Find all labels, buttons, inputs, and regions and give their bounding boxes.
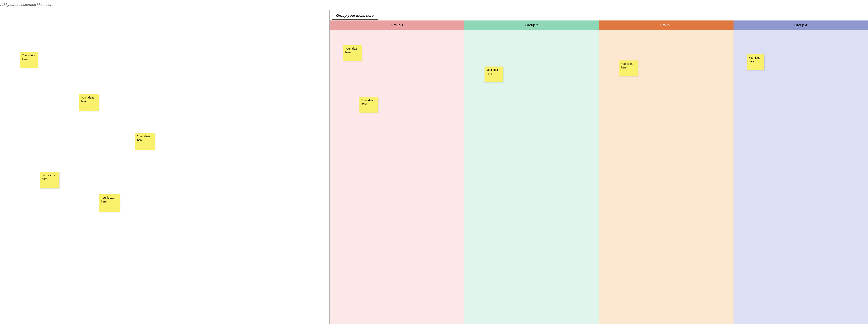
group-1-note-1[interactable]: Your idea here — [343, 45, 362, 61]
left-sticky-note-3[interactable]: Your ideas here — [135, 133, 155, 150]
left-sticky-note-1[interactable]: Your ideas here — [20, 52, 38, 68]
group-3-body[interactable]: Your idea here — [599, 30, 733, 324]
group-2-header: Group 2 — [464, 21, 599, 30]
group-4-body[interactable]: Your idea here — [734, 30, 868, 324]
group-col-2: Group 2 Your idea here — [464, 21, 599, 324]
group-2-note-1[interactable]: Your idea here — [485, 67, 503, 82]
app-container: Add your brainstormed ideas here Your id… — [0, 0, 868, 324]
groups-container: Group 1 Your idea here Your idea here Gr… — [330, 21, 868, 324]
group-3-header: Group 3 — [599, 21, 733, 30]
group-header-row: Group your ideas here — [330, 10, 868, 21]
group-1-note-2[interactable]: Your idea here — [360, 97, 378, 113]
group-4-note-1[interactable]: Your idea here — [747, 55, 765, 70]
left-sticky-note-4[interactable]: Your ideas here — [40, 172, 59, 188]
group-4-header: Group 4 — [734, 21, 868, 30]
left-panel-title: Add your brainstormed ideas here — [0, 3, 53, 7]
group-3-note-1[interactable]: Your idea here — [619, 61, 638, 76]
left-panel: Add your brainstormed ideas here Your id… — [0, 10, 330, 324]
group-2-body[interactable]: Your idea here — [464, 30, 599, 324]
group-title-box: Group your ideas here — [332, 12, 378, 20]
left-sticky-note-5[interactable]: Your ideas here — [99, 194, 120, 212]
left-sticky-note-2[interactable]: Your ideas here — [80, 94, 99, 111]
group-1-body[interactable]: Your idea here Your idea here — [330, 30, 464, 324]
right-panel: Group your ideas here Group 1 Your idea … — [330, 10, 868, 324]
group-1-header: Group 1 — [330, 21, 464, 30]
group-col-4: Group 4 Your idea here — [734, 21, 868, 324]
group-col-3: Group 3 Your idea here — [599, 21, 733, 324]
group-col-1: Group 1 Your idea here Your idea here — [330, 21, 464, 324]
